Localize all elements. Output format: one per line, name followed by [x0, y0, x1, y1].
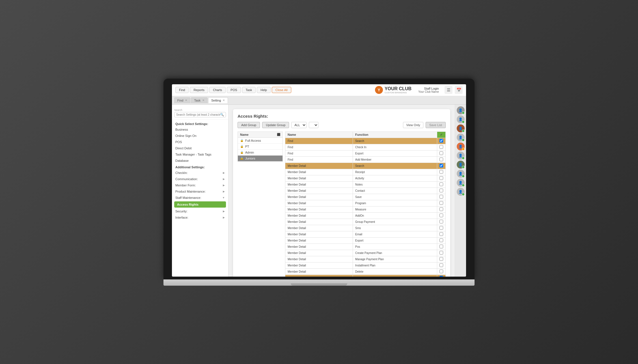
avatar-7[interactable]: 👤 [457, 161, 465, 169]
reports-nav-button[interactable]: Reports [190, 87, 208, 93]
row-checkbox-21[interactable] [439, 270, 443, 273]
tab-task[interactable]: Task ✕ [191, 97, 208, 103]
avatar-10[interactable]: 👤 [457, 188, 465, 196]
tab-setting[interactable]: Setting ✕ [208, 97, 228, 103]
avatar-6[interactable]: 👤 [457, 152, 465, 160]
row-checkbox-13[interactable] [439, 220, 443, 223]
staff-login[interactable]: Staff Login [418, 87, 439, 90]
row-function-4: Search [353, 163, 437, 169]
row-function-8: Contact [353, 188, 437, 194]
help-nav-button[interactable]: Help [257, 87, 271, 93]
row-checkbox-5[interactable] [439, 170, 443, 174]
tab-setting-close[interactable]: ✕ [223, 99, 225, 102]
table-row: Member DetailNotes [285, 181, 446, 188]
row-name-5: Member Detail [285, 169, 353, 175]
avatar-1[interactable]: 👤 [457, 106, 465, 114]
row-checkbox-cell-0 [437, 138, 446, 144]
row-checkbox-4[interactable] [439, 164, 443, 167]
tab-task-close[interactable]: ✕ [202, 99, 204, 102]
sidebar-item-online-sign-on[interactable]: Online Sign On [172, 133, 228, 139]
group-item-full-access[interactable]: 🔒 Full Access [238, 138, 283, 144]
find-nav-button[interactable]: Find [175, 87, 189, 93]
avatar-badge-6 [462, 157, 465, 160]
row-checkbox-1[interactable] [439, 145, 443, 149]
sidebar-item-direct-debit[interactable]: Direct Debit [172, 145, 228, 151]
row-checkbox-cell-10 [437, 200, 446, 206]
search-input[interactable] [176, 113, 220, 116]
group-item-pt[interactable]: 🔒 PT [238, 144, 283, 150]
sidebar-item-staff-maintenance[interactable]: Staff Maintenance: ▼ [172, 195, 228, 201]
row-checkbox-cell-21 [437, 268, 446, 275]
sidebar-item-database[interactable]: Database [172, 158, 228, 164]
row-checkbox-12[interactable] [439, 214, 443, 217]
sidebar-item-communication[interactable]: Communication: ▶ [172, 176, 228, 182]
sidebar-item-pos[interactable]: POS [172, 139, 228, 145]
task-nav-button[interactable]: Task [242, 87, 256, 93]
row-checkbox-6[interactable] [439, 176, 443, 180]
row-checkbox-cell-4 [437, 163, 446, 169]
row-checkbox-2[interactable] [439, 151, 443, 155]
row-function-11: Measure [353, 206, 437, 212]
charts-nav-button[interactable]: Charts [209, 87, 226, 93]
avatar-5[interactable]: 👤 [457, 143, 465, 150]
update-group-button[interactable]: Update Group [262, 122, 289, 128]
tab-find-close[interactable]: ✕ [185, 99, 187, 102]
avatar-4[interactable]: 👤 [457, 133, 465, 141]
row-checkbox-7[interactable] [439, 182, 443, 186]
row-checkbox-8[interactable] [439, 189, 443, 192]
staff-maintenance-arrow-icon: ▼ [222, 196, 225, 199]
group-filter-select[interactable]: ALL [291, 122, 307, 128]
row-name-14: Member Detail [285, 225, 353, 231]
row-checkbox-9[interactable] [439, 195, 443, 199]
table-row: FindSearch [285, 138, 446, 144]
avatar-9[interactable]: 👤 [457, 179, 465, 187]
row-name-18: Member Detail [285, 250, 353, 256]
avatar-3[interactable]: 👤 [457, 124, 465, 132]
sidebar-item-access-rights[interactable]: Access Rights [174, 201, 226, 208]
nav-button-group: Find Reports Charts POS Task Help Close … [175, 87, 291, 93]
view-only-button[interactable]: View Only [403, 122, 423, 128]
row-checkbox-0[interactable] [439, 139, 443, 143]
row-checkbox-17[interactable] [439, 245, 443, 248]
row-checkbox-15[interactable] [439, 232, 443, 236]
sidebar-item-task-manager[interactable]: Task Manager - Task Tags [172, 151, 228, 158]
sidebar-item-security[interactable]: Security: ▶ [172, 208, 228, 214]
save-list-button[interactable]: Save List [426, 122, 446, 128]
row-function-5: Receipt [353, 169, 437, 175]
name-list-panel: Name ⬛ 🔒 Full Access [238, 132, 283, 277]
row-checkbox-19[interactable] [439, 257, 443, 261]
avatar-2[interactable]: 👤 [457, 115, 465, 123]
row-checkbox-3[interactable] [439, 158, 443, 161]
row-checkbox-16[interactable] [439, 238, 443, 242]
row-checkbox-cell-15 [437, 231, 446, 237]
calendar-icon[interactable]: 📅 [455, 86, 463, 94]
logo-area: Y YOUR CLUB CUSTOM BRANDING Staff Login … [375, 86, 463, 94]
row-function-19: Manage Payment Plan [353, 256, 437, 262]
row-checkbox-11[interactable] [439, 207, 443, 211]
add-group-button[interactable]: Add Group [238, 122, 260, 128]
sidebar-item-business[interactable]: Business [172, 126, 228, 133]
close-all-nav-button[interactable]: Close All [272, 87, 291, 93]
row-checkbox-18[interactable] [439, 251, 443, 255]
row-name-11: Member Detail [285, 206, 353, 212]
sidebar-item-checkin[interactable]: CheckIn: ▶ [172, 170, 228, 176]
row-checkbox-22[interactable] [439, 276, 443, 277]
pos-nav-button[interactable]: POS [227, 87, 241, 93]
sidebar-item-member-form[interactable]: Member Form: ▶ [172, 182, 228, 188]
group-item-admin[interactable]: 🔒 Admin [238, 150, 283, 156]
group-item-juniors[interactable]: 🔒 Juniors [238, 156, 283, 161]
sidebar-item-interface[interactable]: Interface: ▶ [172, 214, 228, 221]
search-label: Search [174, 109, 226, 111]
communication-arrow-icon: ▶ [223, 178, 225, 180]
avatar-8[interactable]: 👤 [457, 170, 465, 178]
header-icons: ☰ 📅 [445, 86, 463, 94]
row-checkbox-10[interactable] [439, 201, 443, 205]
tab-find[interactable]: Find ✕ [174, 97, 190, 103]
name-col-header: Name [240, 133, 249, 136]
secondary-filter-select[interactable] [309, 122, 318, 128]
menu-icon[interactable]: ☰ [445, 86, 452, 94]
sidebar-item-product-maintenance[interactable]: Product Maintenance: ▶ [172, 188, 228, 195]
row-checkbox-14[interactable] [439, 226, 443, 230]
row-checkbox-20[interactable] [439, 263, 443, 267]
table-row: FindExport [285, 150, 446, 156]
